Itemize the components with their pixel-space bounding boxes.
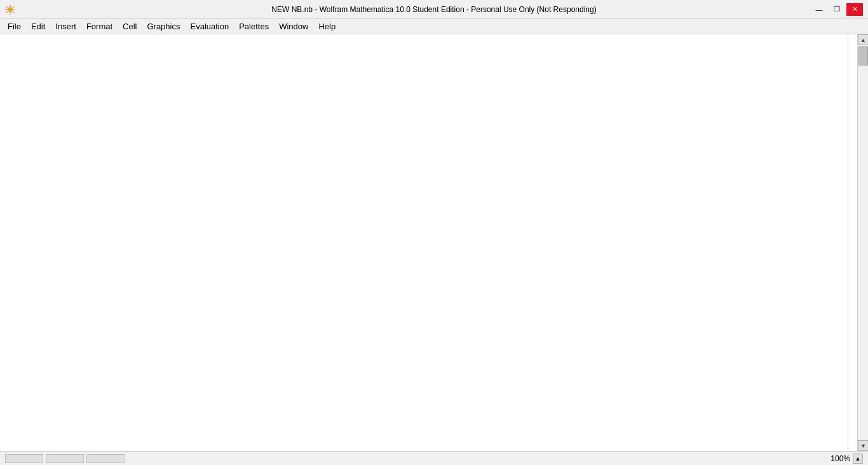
- status-tab-1[interactable]: [5, 454, 43, 463]
- scroll-thumb[interactable]: [858, 46, 868, 66]
- menu-item-file[interactable]: File: [3, 20, 26, 32]
- scroll-track[interactable]: [858, 45, 868, 440]
- menu-item-evaluation[interactable]: Evaluation: [185, 20, 234, 32]
- menu-item-graphics[interactable]: Graphics: [142, 20, 185, 32]
- menu-item-palettes[interactable]: Palettes: [234, 20, 274, 32]
- minimize-button[interactable]: —: [811, 3, 827, 16]
- window-title: NEW NB.nb - Wolfram Mathematica 10.0 Stu…: [271, 5, 596, 14]
- menu-item-format[interactable]: Format: [81, 20, 118, 32]
- zoom-up-button[interactable]: ▲: [853, 454, 863, 464]
- menu-item-cell[interactable]: Cell: [118, 20, 142, 32]
- menu-item-insert[interactable]: Insert: [50, 20, 81, 32]
- title-bar-left: [5, 4, 15, 15]
- menu-item-window[interactable]: Window: [274, 20, 313, 32]
- scroll-up-button[interactable]: ▲: [858, 34, 868, 45]
- scrollbar-right: ▲ ▼: [857, 34, 868, 451]
- main-area: ▲ ▼: [0, 34, 868, 451]
- title-bar: NEW NB.nb - Wolfram Mathematica 10.0 Stu…: [0, 0, 868, 19]
- menu-item-help[interactable]: Help: [313, 20, 341, 32]
- menu-item-edit[interactable]: Edit: [26, 20, 50, 32]
- app-icon: [5, 4, 15, 15]
- cell-bracket-area: [848, 34, 857, 451]
- close-button[interactable]: ✕: [846, 3, 863, 16]
- window-controls: — ❐ ✕: [811, 3, 863, 16]
- status-tab-2[interactable]: [46, 454, 84, 463]
- status-bar-left: [5, 454, 125, 463]
- notebook-content[interactable]: [0, 34, 848, 451]
- restore-button[interactable]: ❐: [829, 3, 845, 16]
- status-tab-3[interactable]: [86, 454, 125, 463]
- menu-bar: FileEditInsertFormatCellGraphicsEvaluati…: [0, 19, 868, 34]
- status-bar-right: 100% ▲: [831, 454, 863, 464]
- svg-marker-0: [5, 4, 15, 15]
- status-bar: 100% ▲: [0, 451, 868, 465]
- scroll-down-button[interactable]: ▼: [858, 440, 868, 451]
- zoom-level: 100%: [831, 454, 850, 463]
